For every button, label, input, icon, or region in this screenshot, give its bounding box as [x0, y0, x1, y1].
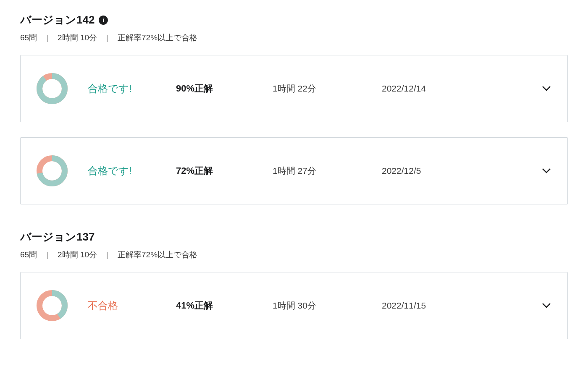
attempt-score: 90%正解	[176, 82, 273, 95]
meta-questions: 65問	[20, 32, 37, 43]
attempt-duration: 1時間 22分	[273, 83, 382, 94]
version-title: バージョン137	[20, 230, 94, 244]
chevron-down-icon[interactable]	[538, 168, 555, 174]
version-section: バージョン13765問|2時間 10分|正解率72%以上で合格不合格41%正解1…	[20, 230, 568, 339]
svg-point-1	[39, 76, 65, 101]
info-icon[interactable]: i	[99, 16, 108, 25]
version-section: バージョン142i65問|2時間 10分|正解率72%以上で合格合格です!90%…	[20, 13, 568, 204]
version-title: バージョン142	[20, 13, 94, 27]
attempt-status: 合格です!	[88, 82, 176, 95]
version-header: バージョン13765問|2時間 10分|正解率72%以上で合格	[20, 230, 568, 260]
meta-pass-condition: 正解率72%以上で合格	[118, 249, 197, 260]
score-donut	[33, 289, 71, 322]
version-meta: 65問|2時間 10分|正解率72%以上で合格	[20, 32, 568, 43]
meta-separator: |	[46, 33, 48, 42]
attempt-card[interactable]: 合格です!72%正解1時間 27分2022/12/5	[20, 137, 568, 204]
score-donut	[33, 72, 71, 105]
meta-separator: |	[106, 33, 108, 42]
version-meta: 65問|2時間 10分|正解率72%以上で合格	[20, 249, 568, 260]
meta-separator: |	[106, 250, 108, 259]
meta-separator: |	[46, 250, 48, 259]
attempt-status: 不合格	[88, 299, 176, 312]
chevron-down-icon[interactable]	[538, 303, 555, 309]
attempt-score: 72%正解	[176, 165, 273, 177]
chevron-down-icon[interactable]	[538, 86, 555, 92]
attempt-duration: 1時間 27分	[273, 165, 382, 177]
meta-pass-condition: 正解率72%以上で合格	[118, 32, 197, 43]
attempt-score: 41%正解	[176, 299, 273, 312]
score-donut	[33, 154, 71, 187]
attempt-date: 2022/12/14	[382, 84, 538, 94]
attempt-card[interactable]: 不合格41%正解1時間 30分2022/11/15	[20, 272, 568, 339]
attempt-date: 2022/12/5	[382, 166, 538, 176]
meta-duration: 2時間 10分	[58, 249, 97, 260]
meta-duration: 2時間 10分	[58, 32, 97, 43]
meta-questions: 65問	[20, 249, 37, 260]
attempt-status: 合格です!	[88, 164, 176, 178]
attempt-date: 2022/11/15	[382, 301, 538, 311]
version-header: バージョン142i65問|2時間 10分|正解率72%以上で合格	[20, 13, 568, 43]
attempt-card[interactable]: 合格です!90%正解1時間 22分2022/12/14	[20, 55, 568, 122]
attempt-duration: 1時間 30分	[273, 300, 382, 311]
